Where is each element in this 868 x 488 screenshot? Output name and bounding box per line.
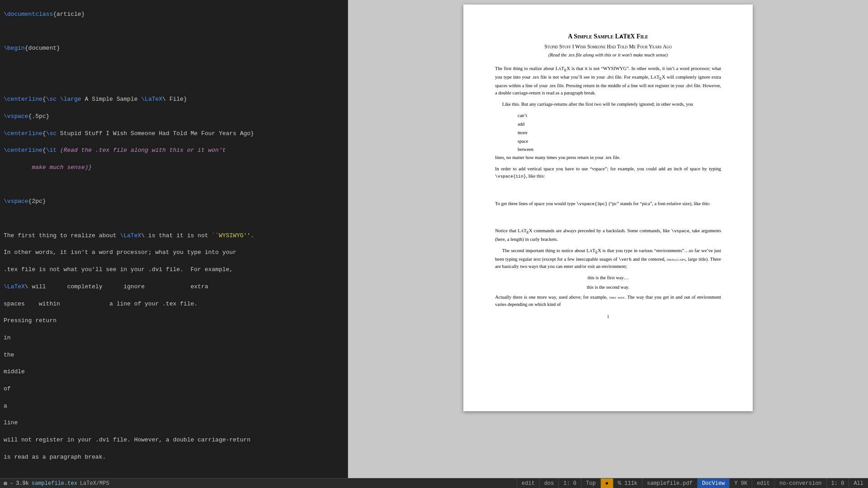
pdf-vspace2 xyxy=(495,211,721,227)
editor-content[interactable]: \documentclass{article} \begin{document}… xyxy=(0,0,348,478)
list-item: more xyxy=(518,129,721,137)
status-left: - 3.9k samplefile.tex LaTeX/MPS xyxy=(0,480,517,487)
pdf-pane[interactable]: A Simple Sample LᴀTᴇX File Stupid Stuff … xyxy=(348,0,868,478)
pdf-vspace1 xyxy=(495,184,721,200)
status-pos: 1: 0 xyxy=(558,479,581,488)
status-filesize: % 111k xyxy=(613,479,642,488)
pdf-para8: Actually there is one more way, used abo… xyxy=(495,294,721,309)
status-edit: edit xyxy=(517,479,539,488)
status-size: 3.9k xyxy=(16,480,29,487)
pdf-list: can’t add more space between xyxy=(518,112,721,154)
main-area: \documentclass{article} \begin{document}… xyxy=(0,0,868,478)
pdf-page-number: 1 xyxy=(495,313,721,320)
pdf-title: A Simple Sample LᴀTᴇX File xyxy=(495,32,721,41)
pdf-para4: In order to add vertical space you have … xyxy=(495,165,721,180)
pdf-subtitle-italic: (Read the .tex file along with this or i… xyxy=(495,52,721,59)
pdf-para1: The first thing to realize about LATEX i… xyxy=(495,65,721,97)
list-item: space xyxy=(518,137,721,146)
pdf-para3: lines, no matter how many times you pres… xyxy=(495,154,721,161)
status-conversion: no-conversion xyxy=(774,479,826,488)
status-yk: Y 9K xyxy=(729,479,752,488)
status-filetype: LaTeX/MPS xyxy=(80,480,109,487)
status-dos: dos xyxy=(539,479,559,488)
pdf-para7: The second important thing to notice abo… xyxy=(495,247,721,271)
status-pdf-filename: samplefile.pdf xyxy=(642,479,697,488)
status-bar: - 3.9k samplefile.tex LaTeX/MPS edit dos… xyxy=(0,478,868,488)
status-filename: samplefile.tex xyxy=(32,480,77,487)
pdf-subtitle: Stupid Stuff I Wish Someone Had Told Me … xyxy=(495,43,721,51)
list-item: can’t xyxy=(518,112,721,120)
status-dot-indicator: ● xyxy=(600,479,613,488)
status-edit2: edit xyxy=(752,479,774,488)
pdf-para2: Like this. But any carriage-returns afte… xyxy=(495,101,721,108)
pdf-para5: To get three lines of space you would ty… xyxy=(495,200,721,208)
status-docview: DocView xyxy=(697,479,729,488)
status-pos2: 1: 0 xyxy=(826,479,849,488)
editor-pane[interactable]: \documentclass{article} \begin{document}… xyxy=(0,0,348,478)
pdf-page: A Simple Sample LᴀTᴇX File Stupid Stuff … xyxy=(463,5,753,411)
status-all: All xyxy=(849,479,868,488)
status-top: Top xyxy=(581,479,600,488)
status-right: edit dos 1: 0 Top ● % 111k samplefile.pd… xyxy=(517,479,868,488)
pdf-way2: this is the second way. xyxy=(495,284,721,291)
status-modified: - xyxy=(10,480,13,487)
pdf-para6: Notice that LATEX commands are always pr… xyxy=(495,227,721,243)
pdf-way1: this is the first way… xyxy=(495,274,721,282)
status-indicator xyxy=(4,482,7,485)
list-item: add xyxy=(518,120,721,129)
list-item: between xyxy=(518,145,721,154)
